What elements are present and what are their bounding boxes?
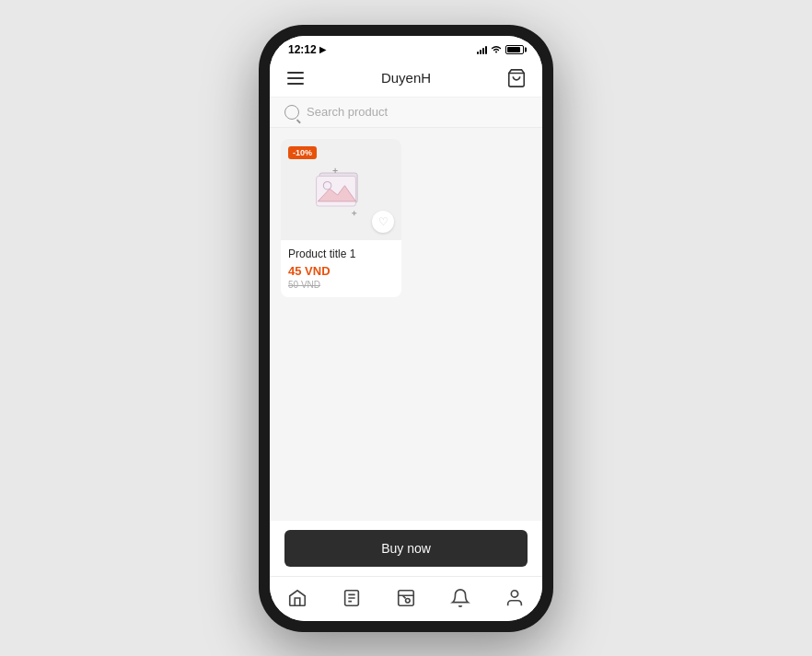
status-bar: 12:12 ▶ xyxy=(270,36,542,60)
search-nav-icon xyxy=(396,588,416,608)
cart-button[interactable] xyxy=(505,67,528,89)
product-price: 45 VND xyxy=(288,264,394,278)
products-grid: -10% xyxy=(281,139,531,297)
header-title: DuyenH xyxy=(307,70,505,86)
app-header: DuyenH xyxy=(270,60,542,98)
wifi-icon xyxy=(491,44,502,55)
product-title: Product title 1 xyxy=(288,247,394,260)
product-card[interactable]: -10% xyxy=(281,139,401,297)
wishlist-button[interactable]: ♡ xyxy=(372,211,394,233)
svg-point-16 xyxy=(512,590,518,596)
nav-search[interactable] xyxy=(389,584,423,612)
menu-button[interactable] xyxy=(284,67,307,89)
product-image-container: -10% xyxy=(281,139,401,240)
cart-icon xyxy=(506,68,527,88)
buy-now-button[interactable]: Buy now xyxy=(284,530,528,567)
product-image-placeholder xyxy=(309,162,374,217)
content-area: -10% xyxy=(270,128,542,521)
time-text: 12:12 xyxy=(288,43,317,56)
search-input-wrapper: Search product xyxy=(284,105,528,120)
battery-icon xyxy=(505,45,524,54)
nav-notifications[interactable] xyxy=(443,584,478,612)
nav-profile[interactable] xyxy=(497,584,532,612)
nav-home[interactable] xyxy=(280,584,315,612)
product-original-price: 50 VND xyxy=(288,280,394,290)
phone-screen: 12:12 ▶ xyxy=(270,36,542,621)
orders-icon xyxy=(342,588,362,608)
status-time: 12:12 ▶ xyxy=(288,43,326,56)
location-icon: ▶ xyxy=(319,45,326,54)
buy-now-section: Buy now xyxy=(270,521,542,576)
signal-bars xyxy=(477,45,487,54)
search-placeholder: Search product xyxy=(307,105,388,119)
nav-orders[interactable] xyxy=(334,584,369,612)
menu-lines-icon xyxy=(287,72,304,85)
discount-badge: -10% xyxy=(288,146,317,159)
profile-icon xyxy=(505,588,525,608)
search-icon xyxy=(284,105,299,120)
svg-point-14 xyxy=(406,598,411,603)
product-info: Product title 1 45 VND 50 VND xyxy=(281,240,401,297)
bottom-nav xyxy=(270,576,542,621)
search-bar[interactable]: Search product xyxy=(270,98,542,128)
bell-icon xyxy=(450,588,470,608)
status-icons xyxy=(477,44,524,55)
home-icon xyxy=(287,588,307,608)
phone-frame: 12:12 ▶ xyxy=(259,25,553,632)
heart-icon: ♡ xyxy=(378,215,389,228)
